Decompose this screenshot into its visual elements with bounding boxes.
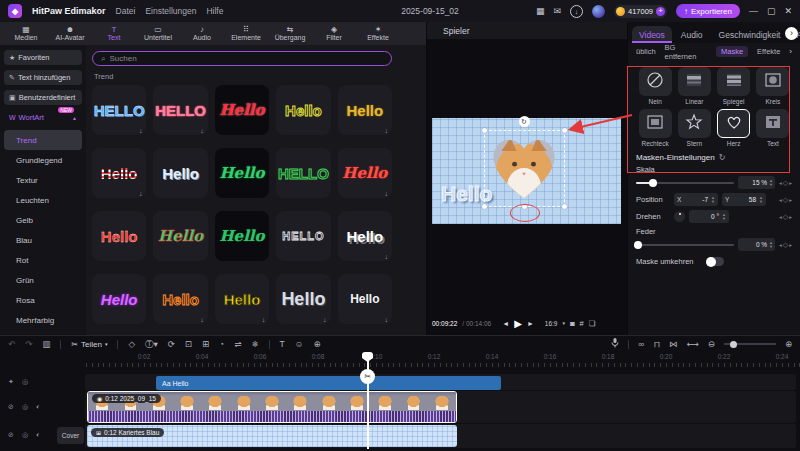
close-icon[interactable]: ✕ xyxy=(784,6,792,16)
toolbar-item-elemente[interactable]: ⠿Elemente xyxy=(226,26,266,42)
next-frame-icon[interactable]: ► xyxy=(527,320,534,327)
wordart-card[interactable]: HELLO↓ xyxy=(153,85,207,135)
scale-value-input[interactable]: 15 % ▲▼ xyxy=(738,176,775,189)
fullscreen-icon[interactable]: ❏ xyxy=(589,319,596,328)
resize-handle[interactable] xyxy=(562,128,567,133)
mask-option-rechteck[interactable] xyxy=(639,109,672,138)
rotate-handle-icon[interactable]: ↻ xyxy=(519,116,530,127)
tab-videos[interactable]: Videos xyxy=(632,26,672,43)
preview-canvas[interactable]: Hello xyxy=(432,118,621,224)
sidebar-item-grundlegend[interactable]: Grundlegend xyxy=(4,150,82,170)
scale-slider[interactable] xyxy=(636,182,734,184)
position-x-input[interactable]: X-7 ▲▼ xyxy=(674,193,718,206)
cover-button[interactable]: Cover xyxy=(57,427,84,444)
stepper-icons[interactable]: ▲▼ xyxy=(769,179,773,186)
track-hide-icon[interactable]: ◎ xyxy=(22,403,28,411)
coin-balance[interactable]: 417009 + xyxy=(614,5,667,18)
tabs-scroll-icon[interactable]: › xyxy=(785,27,798,40)
wordart-card[interactable]: Hello xyxy=(153,211,207,261)
wordart-card[interactable]: Hello↓ xyxy=(215,274,269,324)
resize-handle[interactable] xyxy=(482,204,487,209)
crop-icon[interactable]: ⊡ xyxy=(185,339,192,349)
wordart-card[interactable]: Hello↓ xyxy=(153,274,207,324)
toolbar-item-medien[interactable]: ▦Medien xyxy=(6,26,46,42)
track-lock-icon[interactable]: ◐ xyxy=(36,403,40,411)
tab-geschwindigkeit[interactable]: Geschwindigkeit xyxy=(712,26,788,43)
track-lock-icon[interactable]: ◐ xyxy=(36,431,40,439)
speed-icon[interactable]: ◔ xyxy=(219,339,224,349)
microphone-icon[interactable] xyxy=(611,338,619,350)
download-center-icon[interactable]: ↓ xyxy=(570,5,583,18)
undo-icon[interactable]: ↶ xyxy=(8,339,15,349)
text-clip[interactable]: Aa Hello xyxy=(156,376,501,390)
sidebar-item-rosa[interactable]: Rosa xyxy=(4,290,82,310)
sidebar-button-text-hinzuf-gen[interactable]: ✎Text hinzufügen xyxy=(4,70,82,85)
mask-option-text[interactable] xyxy=(756,109,789,138)
stepper-icons[interactable]: ▲▼ xyxy=(769,241,773,248)
split-button[interactable]: ✂ Teilen ▾ xyxy=(71,340,107,349)
menu-datei[interactable]: Datei xyxy=(116,6,136,16)
toolbar-item-effekte[interactable]: ✶Effekte xyxy=(358,26,398,42)
freeze-frame-icon[interactable]: ❄ xyxy=(251,339,258,349)
subtab-maske[interactable]: Maske xyxy=(716,46,748,57)
sidebar-item-blau[interactable]: Blau xyxy=(4,230,82,250)
aspect-ratio-select[interactable]: 16:9 xyxy=(545,320,558,327)
subtab-effekte[interactable]: Effekte xyxy=(757,47,780,56)
wordart-card[interactable]: Hello xyxy=(153,148,207,198)
video-clip[interactable]: ◉ 0:12 2025_09_15 xyxy=(87,391,457,423)
ratio-caret-icon[interactable]: ▾ xyxy=(562,320,565,326)
sticker-icon[interactable]: ⊞ xyxy=(202,339,209,349)
track-hide-icon[interactable]: ◎ xyxy=(22,378,28,386)
position-keyframe-control[interactable]: ◂◇▸ xyxy=(779,196,792,204)
magnet-icon[interactable]: ⊓ xyxy=(653,339,660,349)
invert-mask-toggle[interactable] xyxy=(706,257,724,266)
mask-option-linear[interactable] xyxy=(678,67,711,96)
toolbar-item-audio[interactable]: ♪Audio xyxy=(182,26,222,42)
mask-option-stern[interactable] xyxy=(678,109,711,138)
stepper-icons[interactable]: ▲▼ xyxy=(759,196,763,203)
wordart-card[interactable]: HELLO xyxy=(276,148,330,198)
sidebar-item-gr-n[interactable]: Grün xyxy=(4,270,82,290)
subtab-more-icon[interactable]: › xyxy=(789,47,792,56)
collapse-icon[interactable]: ▲ xyxy=(72,115,77,121)
sidebar-button-benutzerdefiniert[interactable]: ▣Benutzerdefiniert xyxy=(4,90,82,105)
feather-slider[interactable] xyxy=(636,244,734,246)
stepper-icons[interactable]: ▲▼ xyxy=(722,213,726,220)
sidebar-item-textur[interactable]: Textur xyxy=(4,170,82,190)
toolbar-item-text[interactable]: TText xyxy=(94,26,134,42)
rotate-keyframe-control[interactable]: ◂◇▸ xyxy=(779,213,792,221)
reset-icon[interactable]: ↻ xyxy=(719,153,726,162)
wordart-card[interactable]: Hello xyxy=(92,211,146,261)
zoom-in-icon[interactable]: ⊕ xyxy=(785,339,792,349)
resize-handle[interactable] xyxy=(482,128,487,133)
grid-overlay-icon[interactable]: # xyxy=(580,319,584,328)
search-input[interactable]: ⌕ Suchen xyxy=(92,51,392,66)
link-icon[interactable]: ∞ xyxy=(638,339,644,349)
mask-option-spiegel[interactable] xyxy=(717,67,750,96)
resize-handle[interactable] xyxy=(562,204,567,209)
track-effect-icon[interactable]: ✦ xyxy=(8,378,14,386)
rotate-value-input[interactable]: 0 ° ▲▼ xyxy=(689,210,729,223)
unlink-icon[interactable]: ⋈ xyxy=(669,339,678,349)
wordart-card[interactable]: Hello↓ xyxy=(338,148,392,198)
play-icon[interactable]: ▶ xyxy=(514,318,522,329)
mask-option-kreis[interactable] xyxy=(756,67,789,96)
selection-box[interactable]: ↻ xyxy=(484,130,565,207)
wordart-card[interactable]: Hello↓ xyxy=(338,211,392,261)
track-mute-icon[interactable]: ⊘ xyxy=(8,431,14,439)
export-button[interactable]: ↑ Exportieren xyxy=(676,4,740,18)
tab-audio[interactable]: Audio xyxy=(674,26,710,43)
sidebar-item-leuchten[interactable]: Leuchten xyxy=(4,190,82,210)
menu-hilfe[interactable]: Hilfe xyxy=(206,6,223,16)
timeline-zoom-slider[interactable] xyxy=(724,343,776,345)
add-text-icon[interactable]: T xyxy=(280,339,285,349)
track-hide-icon[interactable]: ◎ xyxy=(22,431,28,439)
sidebar-item-gelb[interactable]: Gelb xyxy=(4,210,82,230)
sidebar-item-rot[interactable]: Rot xyxy=(4,250,82,270)
user-avatar[interactable] xyxy=(592,5,605,18)
toolbar-item-untertitel[interactable]: ▭Untertitel xyxy=(138,26,178,42)
wordart-card[interactable]: HELLO xyxy=(276,211,330,261)
wordart-card[interactable]: Hello xyxy=(92,274,146,324)
toolbar-item--bergang[interactable]: ⇆Übergang xyxy=(270,26,310,42)
wordart-card[interactable]: Hello xyxy=(276,85,330,135)
